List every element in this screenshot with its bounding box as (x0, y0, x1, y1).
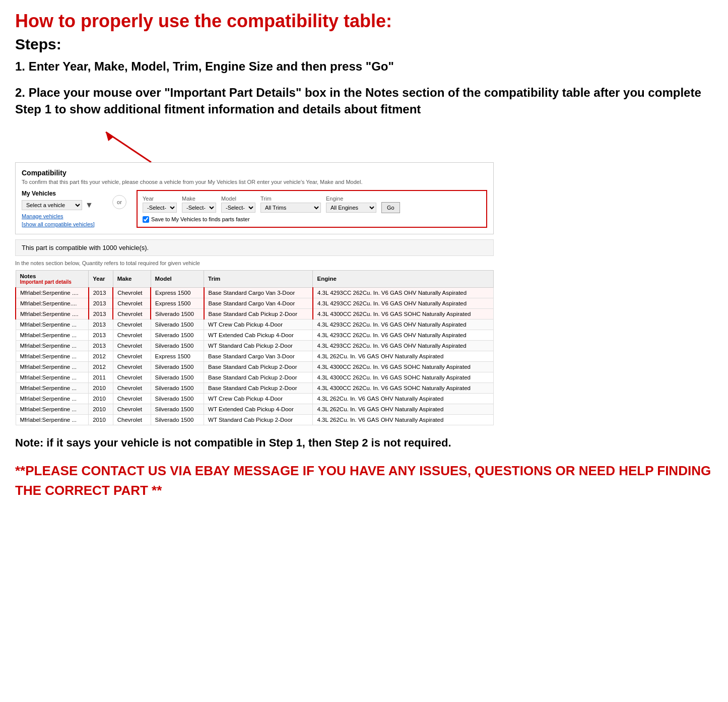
cell-year: 2012 (89, 361, 113, 372)
cell-model: Silverado 1500 (151, 414, 204, 425)
cell-make: Chevrolet (113, 351, 151, 361)
engine-field: Engine All Engines (326, 196, 376, 213)
step1-text: 1. Enter Year, Make, Model, Trim, Engine… (15, 58, 713, 75)
my-vehicles-panel: My Vehicles Select a vehicle ▼ Manage ve… (22, 190, 102, 227)
cell-notes: Mfrlabel:Serpentine ... (16, 351, 89, 361)
cell-trim: WT Standard Cab Pickup 2-Door (204, 340, 313, 351)
manage-vehicles-link[interactable]: Manage vehicles (22, 213, 102, 219)
notes-bar: In the notes section below, Quantity ref… (15, 260, 494, 266)
cell-trim: Base Standard Cab Pickup 2-Door (204, 361, 313, 372)
trim-select[interactable]: All Trims (260, 203, 321, 213)
cell-engine: 4.3L 4293CC 262Cu. In. V6 GAS OHV Natura… (313, 298, 494, 308)
cell-make: Chevrolet (113, 372, 151, 382)
cell-make: Chevrolet (113, 287, 151, 298)
dropdown-arrow-icon: ▼ (85, 201, 93, 210)
cell-notes: Mfrlabel:Serpentine ... (16, 340, 89, 351)
compat-title: Compatibility (22, 169, 487, 177)
table-row: Mfrlabel:Serpentine .... 2013 Chevrolet … (16, 287, 494, 298)
make-field: Make -Select- (182, 196, 216, 213)
cell-notes: Mfrlabel:Serpentine ... (16, 382, 89, 393)
cell-engine: 4.3L 4293CC 262Cu. In. V6 GAS OHV Natura… (313, 287, 494, 298)
table-row: Mfrlabel:Serpentine ... 2013 Chevrolet S… (16, 330, 494, 340)
cell-notes: Mfrlabel:Serpentine .... (16, 287, 89, 298)
arrow-annotation (91, 127, 166, 167)
cell-trim: Base Standard Cab Pickup 2-Door (204, 372, 313, 382)
cell-trim: Base Standard Cab Pickup 2-Door (204, 308, 313, 319)
cell-make: Chevrolet (113, 414, 151, 425)
go-button[interactable]: Go (381, 202, 400, 213)
compat-subtitle: To confirm that this part fits your vehi… (22, 179, 487, 185)
cell-model: Express 1500 (151, 351, 204, 361)
cell-engine: 4.3L 4293CC 262Cu. In. V6 GAS OHV Natura… (313, 319, 494, 330)
cell-notes: Mfrlabel:Serpentine ... (16, 361, 89, 372)
contact-text: **PLEASE CONTACT US VIA EBAY MESSAGE IF … (15, 461, 713, 500)
cell-trim: Base Standard Cargo Van 3-Door (204, 287, 313, 298)
main-title: How to properly use the compatibility ta… (15, 10, 713, 32)
cell-year: 2010 (89, 404, 113, 414)
vehicle-search-form: Year -Select- Make -Select- Model (137, 190, 487, 228)
cell-trim: WT Extended Cab Pickup 4-Door (204, 330, 313, 340)
cell-engine: 4.3L 262Cu. In. V6 GAS OHV Naturally Asp… (313, 351, 494, 361)
or-divider: or (112, 195, 126, 209)
table-row: Mfrlabel:Serpentine ... 2012 Chevrolet S… (16, 361, 494, 372)
save-to-vehicles-checkbox[interactable] (143, 216, 149, 223)
model-select[interactable]: -Select- (221, 203, 255, 213)
cell-trim: WT Crew Cab Pickup 4-Door (204, 393, 313, 404)
cell-engine: 4.3L 4300CC 262Cu. In. V6 GAS SOHC Natur… (313, 361, 494, 372)
cell-model: Silverado 1500 (151, 404, 204, 414)
cell-make: Chevrolet (113, 340, 151, 351)
cell-make: Chevrolet (113, 393, 151, 404)
compatibility-table: Notes Important part details Year Make M… (15, 270, 494, 425)
svg-marker-1 (106, 132, 113, 141)
cell-year: 2013 (89, 330, 113, 340)
cell-model: Silverado 1500 (151, 382, 204, 393)
cell-engine: 4.3L 262Cu. In. V6 GAS OHV Naturally Asp… (313, 393, 494, 404)
cell-make: Chevrolet (113, 404, 151, 414)
cell-trim: WT Standard Cab Pickup 2-Door (204, 414, 313, 425)
cell-make: Chevrolet (113, 361, 151, 372)
cell-notes: Mfrlabel:Serpentine ... (16, 393, 89, 404)
col-header-make: Make (113, 270, 151, 287)
cell-model: Silverado 1500 (151, 319, 204, 330)
cell-trim: WT Crew Cab Pickup 4-Door (204, 319, 313, 330)
cell-model: Express 1500 (151, 298, 204, 308)
cell-notes: Mfrlabel:Serpentine ... (16, 414, 89, 425)
cell-model: Silverado 1500 (151, 330, 204, 340)
cell-engine: 4.3L 4300CC 262Cu. In. V6 GAS SOHC Natur… (313, 382, 494, 393)
cell-year: 2010 (89, 393, 113, 404)
make-select[interactable]: -Select- (182, 203, 216, 213)
cell-model: Silverado 1500 (151, 340, 204, 351)
model-field: Model -Select- (221, 196, 255, 213)
compatibility-section: Compatibility To confirm that this part … (15, 162, 494, 234)
year-select[interactable]: -Select- (143, 203, 177, 213)
cell-model: Express 1500 (151, 287, 204, 298)
cell-make: Chevrolet (113, 298, 151, 308)
table-row: Mfrlabel:Serpentine ... 2010 Chevrolet S… (16, 414, 494, 425)
cell-engine: 4.3L 4300CC 262Cu. In. V6 GAS SOHC Natur… (313, 308, 494, 319)
cell-year: 2013 (89, 287, 113, 298)
col-header-year: Year (89, 270, 113, 287)
note-text: Note: if it says your vehicle is not com… (15, 435, 713, 451)
select-vehicle-dropdown[interactable]: Select a vehicle (22, 200, 82, 210)
engine-select[interactable]: All Engines (326, 203, 376, 213)
cell-trim: Base Standard Cargo Van 4-Door (204, 298, 313, 308)
table-row: Mfrlabel:Serpentine ... 2013 Chevrolet S… (16, 340, 494, 351)
cell-year: 2011 (89, 372, 113, 382)
table-row: Mfrlabel:Serpentine ... 2010 Chevrolet S… (16, 404, 494, 414)
my-vehicles-label: My Vehicles (22, 190, 102, 197)
show-all-link[interactable]: [show all compatible vehicles] (22, 221, 102, 227)
col-header-trim: Trim (204, 270, 313, 287)
table-row: Mfrlabel:Serpentine ... 2013 Chevrolet S… (16, 319, 494, 330)
col-header-engine: Engine (313, 270, 494, 287)
save-to-vehicles-label: Save to My Vehicles to finds parts faste… (151, 216, 250, 222)
table-row: Mfrlabel:Serpentine ... 2011 Chevrolet S… (16, 372, 494, 382)
cell-make: Chevrolet (113, 382, 151, 393)
cell-make: Chevrolet (113, 308, 151, 319)
cell-notes: Mfrlabel:Serpentine ... (16, 372, 89, 382)
steps-heading: Steps: (15, 36, 713, 53)
table-row: Mfrlabel:Serpentine ... 2010 Chevrolet S… (16, 393, 494, 404)
cell-notes: Mfrlabel:Serpentine.... (16, 298, 89, 308)
cell-make: Chevrolet (113, 319, 151, 330)
cell-notes: Mfrlabel:Serpentine ... (16, 330, 89, 340)
cell-year: 2010 (89, 414, 113, 425)
